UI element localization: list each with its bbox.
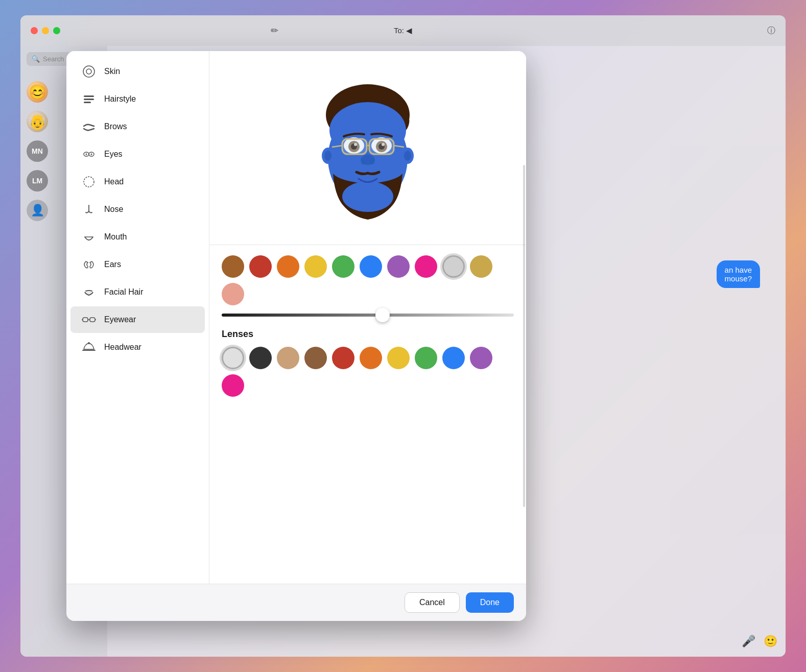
sidebar-item-mouth[interactable]: Mouth [70, 224, 205, 250]
lens-color-swatch[interactable] [222, 347, 244, 369]
slider-container [222, 314, 514, 317]
modal-dialog: Skin Hairstyle Brows Eyes Head Nose Mout… [66, 51, 526, 621]
frame-color-swatch[interactable] [415, 255, 437, 278]
mouth-icon [81, 229, 97, 245]
lens-color-swatch[interactable] [470, 347, 492, 369]
nav-item-label: Hairstyle [104, 94, 136, 104]
lens-color-swatches [222, 347, 514, 397]
info-icon[interactable]: ⓘ [767, 26, 775, 36]
svg-rect-4 [84, 102, 91, 103]
frame-color-swatch[interactable] [470, 255, 492, 278]
svg-rect-11 [83, 318, 88, 322]
nav-panel: Skin Hairstyle Brows Eyes Head Nose Mout… [66, 51, 209, 584]
slider-track[interactable] [222, 314, 514, 317]
sidebar-item-eyewear[interactable]: Eyewear [70, 306, 205, 333]
search-placeholder: Search [43, 55, 64, 63]
bubble-text-line2: mouse? [725, 274, 752, 283]
avatar: 👤 [27, 200, 48, 221]
avatar: 👴 [27, 111, 48, 132]
frame-color-swatch[interactable] [249, 255, 272, 278]
sidebar-item-head[interactable]: Head [70, 169, 205, 195]
modal-body: Skin Hairstyle Brows Eyes Head Nose Mout… [66, 51, 526, 584]
avatar-initials: LM [27, 170, 48, 191]
frame-color-swatch[interactable] [442, 255, 465, 278]
chat-toolbar: 🎤 🙂 [107, 626, 786, 657]
emoji-icon[interactable]: 🙂 [764, 635, 777, 648]
ears-icon [81, 256, 97, 273]
traffic-lights [31, 27, 60, 34]
lens-color-swatch[interactable] [442, 347, 465, 369]
frame-color-swatch[interactable] [222, 255, 244, 278]
frame-color-swatch[interactable] [387, 255, 410, 278]
sidebar-item-nose[interactable]: Nose [70, 196, 205, 223]
nav-item-label: Brows [104, 122, 127, 131]
lens-color-swatch[interactable] [387, 347, 410, 369]
done-button[interactable]: Done [466, 592, 514, 613]
avatar-initials: MN [27, 140, 48, 162]
svg-point-9 [84, 177, 94, 187]
svg-point-7 [86, 154, 87, 155]
svg-rect-2 [84, 95, 94, 97]
bubble-text-line1: an have [725, 266, 752, 274]
headwear-icon [81, 339, 97, 355]
sidebar-item-skin[interactable]: Skin [70, 58, 205, 85]
svg-point-20 [329, 102, 406, 158]
lens-color-swatch[interactable] [332, 347, 354, 369]
svg-rect-12 [90, 318, 95, 322]
nose-icon [81, 201, 97, 218]
sidebar-item-headwear[interactable]: Headwear [70, 334, 205, 361]
svg-point-17 [88, 342, 90, 344]
nav-item-label: Skin [104, 67, 120, 76]
nav-item-label: Headwear [104, 343, 141, 352]
nav-item-label: Ears [104, 260, 121, 269]
frame-color-swatch[interactable] [277, 255, 299, 278]
svg-point-25 [361, 159, 366, 164]
fullscreen-button[interactable] [53, 27, 60, 34]
sidebar-item-facial-hair[interactable]: Facial Hair [70, 279, 205, 305]
title-bar: To: ◀ ✏ ⓘ [20, 15, 786, 46]
lens-color-swatch[interactable] [304, 347, 327, 369]
sidebar-item-eyes[interactable]: Eyes [70, 141, 205, 167]
avatar-preview [209, 51, 526, 245]
svg-point-46 [404, 151, 411, 161]
nav-item-label: Facial Hair [104, 287, 143, 297]
memoji-display [301, 74, 434, 222]
svg-rect-38 [343, 139, 366, 154]
svg-rect-3 [84, 99, 94, 100]
chat-bubble: an have mouse? [717, 260, 760, 288]
lens-color-swatch[interactable] [415, 347, 437, 369]
frame-color-swatch[interactable] [222, 283, 244, 305]
svg-point-26 [369, 159, 374, 164]
content-panel: Lenses [209, 51, 526, 584]
svg-rect-39 [370, 139, 393, 154]
sidebar-item-brows[interactable]: Brows [70, 113, 205, 140]
lens-color-swatch[interactable] [277, 347, 299, 369]
head-icon [81, 174, 97, 190]
minimize-button[interactable] [42, 27, 49, 34]
cancel-button[interactable]: Cancel [405, 592, 460, 613]
brows-icon [81, 118, 97, 135]
compose-icon[interactable]: ✏ [271, 25, 278, 36]
options-area: Lenses [209, 245, 526, 584]
audio-icon[interactable]: 🎤 [742, 635, 755, 648]
avatar: 😊 [27, 81, 48, 103]
frame-color-swatch[interactable] [304, 255, 327, 278]
close-button[interactable] [31, 27, 38, 34]
frame-color-swatches [222, 255, 514, 305]
svg-point-1 [86, 69, 91, 74]
frame-color-swatch[interactable] [360, 255, 382, 278]
lens-color-swatch[interactable] [222, 374, 244, 397]
slider-thumb[interactable] [375, 308, 390, 322]
facial-hair-icon [81, 284, 97, 300]
svg-point-45 [324, 151, 331, 161]
nav-item-label: Eyes [104, 150, 123, 159]
lens-color-swatch[interactable] [360, 347, 382, 369]
lens-color-swatch[interactable] [249, 347, 272, 369]
scrollbar[interactable] [523, 165, 525, 507]
search-icon: 🔍 [32, 55, 40, 63]
svg-point-0 [83, 66, 94, 77]
frame-color-swatch[interactable] [332, 255, 354, 278]
sidebar-item-ears[interactable]: Ears [70, 251, 205, 278]
sidebar-item-hairstyle[interactable]: Hairstyle [70, 86, 205, 112]
to-label: To: ◀ [394, 26, 412, 35]
